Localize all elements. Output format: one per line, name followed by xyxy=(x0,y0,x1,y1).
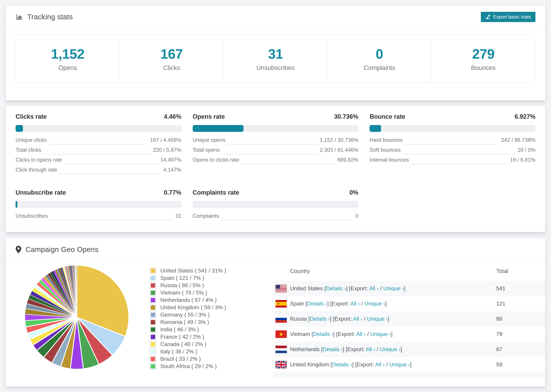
rate-panel-value: 0.77% xyxy=(164,189,181,196)
rate-detail-label: Total opens xyxy=(193,147,220,153)
rate-detail-value: 4.147% xyxy=(163,167,181,173)
rate-detail-value: 14.497% xyxy=(160,157,181,163)
rate-detail-row: Total opens 2,303 / 61.446% xyxy=(193,147,359,157)
export-unique-link[interactable]: Unique › xyxy=(367,316,388,322)
geo-opens-pie-chart xyxy=(22,263,132,372)
geo-title: Campaign Geo Opens xyxy=(15,245,99,254)
export-unique-link[interactable]: Unique › xyxy=(370,331,391,337)
legend-label: Spain ( 121 / 7% ) xyxy=(160,275,204,281)
legend-color-chip xyxy=(150,304,156,311)
details-link[interactable]: Details › xyxy=(307,301,327,307)
rate-panel-complaints-rate: Complaints rate 0% Complaints 0 xyxy=(193,189,359,223)
rate-detail-value: 2,303 / 61.446% xyxy=(320,147,359,153)
bracket-close: ] xyxy=(410,361,411,368)
rate-panel-value: 0% xyxy=(349,189,358,196)
details-link[interactable]: Details › xyxy=(323,346,343,352)
export-all-link[interactable]: All › xyxy=(369,285,379,291)
table-row-united-kingdom: United Kingdom [Details ›] [Export: All … xyxy=(274,357,545,372)
table-row-partial-de xyxy=(274,372,545,378)
rate-progress-fill xyxy=(370,125,381,132)
legend-item-south-africa: South Africa ( 29 / 2% ) xyxy=(150,363,246,370)
rate-progress-fill xyxy=(15,125,23,132)
legend-color-chip xyxy=(150,334,156,340)
vn-flag: ★ xyxy=(276,330,287,338)
dotted-leader xyxy=(405,144,499,145)
dotted-leader xyxy=(50,220,173,220)
rate-detail-row: Unsubscribes 31 xyxy=(15,213,181,223)
legend-item-france: France ( 42 / 2% ) xyxy=(150,333,246,341)
export-text: ] [Export: xyxy=(330,316,353,322)
export-unique-link[interactable]: Unique › xyxy=(383,285,404,291)
export-unique-link[interactable]: Unique › xyxy=(364,301,385,307)
export-button-label: Export basic stats xyxy=(493,14,531,20)
rate-detail-row: Clicks to opens rate 14.497% xyxy=(15,157,181,167)
rate-detail-label: Unsubscribes xyxy=(15,213,48,219)
export-basic-stats-button[interactable]: Export basic stats xyxy=(481,12,536,22)
rate-detail-label: Clicks to opens rate xyxy=(15,157,62,163)
stat-value: 167 xyxy=(161,46,183,62)
country-name: Spain [ xyxy=(290,301,307,307)
country-cell: United Kingdom [Details ›] [Export: All … xyxy=(290,361,411,368)
legend-color-chip xyxy=(150,297,156,303)
rate-panel-bounce-rate: Bounce rate 6.927% Hard bounces 242 / 86… xyxy=(370,113,536,177)
country-cell: Netherlands [Details ›] [Export: All › /… xyxy=(290,346,402,352)
rate-panel-clicks-rate: Clicks rate 4.46% Unique clicks 167 / 4.… xyxy=(15,113,181,177)
rates-card: Clicks rate 4.46% Unique clicks 167 / 4.… xyxy=(6,105,545,232)
country-cell: Russia [Details ›] [Export: All › / Uniq… xyxy=(290,316,389,322)
legend-item-russia: Russia ( 86 / 5% ) xyxy=(150,282,246,289)
slash-separator: / xyxy=(385,361,389,368)
export-all-link[interactable]: All › xyxy=(366,346,375,352)
legend-item-germany: Germany ( 55 / 3% ) xyxy=(150,311,246,318)
details-link[interactable]: Details › xyxy=(326,285,346,291)
stat-value: 0 xyxy=(376,46,383,62)
rate-progress-track xyxy=(370,125,536,132)
bracket-close: ] xyxy=(401,346,402,352)
export-all-link[interactable]: All › xyxy=(353,316,362,322)
table-row-russia: Russia [Details ›] [Export: All › / Uniq… xyxy=(274,311,545,327)
rate-detail-row: Click through rate 4.147% xyxy=(15,167,181,177)
export-all-link[interactable]: All › xyxy=(356,331,366,337)
geo-title-text: Campaign Geo Opens xyxy=(26,245,99,254)
details-link[interactable]: Details › xyxy=(313,331,333,337)
legend-item-india: India ( 46 / 3% ) xyxy=(150,326,246,333)
rate-progress-track xyxy=(193,201,359,208)
gb-flag xyxy=(276,361,287,368)
rate-detail-label: Total clicks xyxy=(15,147,41,153)
geo-table-header: Country Total xyxy=(274,261,545,281)
dotted-leader xyxy=(242,164,335,164)
country-column-header: Country xyxy=(290,268,310,274)
legend-label: Canada ( 40 / 2% ) xyxy=(160,341,206,347)
export-all-link[interactable]: All › xyxy=(350,301,360,307)
rate-detail-row: Internal bounces 19 / 6.81% xyxy=(370,157,536,167)
country-cell: United States [Details ›] [Export: All ›… xyxy=(290,285,405,292)
tracking-stats-header: Tracking stats Export basic stats xyxy=(6,6,545,28)
tracking-stats-title-text: Tracking stats xyxy=(27,13,73,21)
details-link[interactable]: Details › xyxy=(332,361,352,368)
rate-detail-value: 167 / 4.456% xyxy=(150,137,181,143)
rate-detail-value: 689.82% xyxy=(338,157,358,163)
stat-label: Complaints xyxy=(364,64,395,71)
legend-color-chip xyxy=(150,319,156,325)
stat-value: 31 xyxy=(268,46,283,62)
export-unique-link[interactable]: Unique › xyxy=(380,346,401,352)
rate-panel-title: Complaints rate xyxy=(193,189,239,196)
details-link[interactable]: Details › xyxy=(310,316,330,322)
rate-detail-value: 0 xyxy=(355,213,358,219)
slash-separator: / xyxy=(366,331,370,337)
country-name: United States [ xyxy=(290,285,326,291)
rate-detail-label: Soft bounces xyxy=(370,147,401,153)
legend-item-spain: Spain ( 121 / 7% ) xyxy=(150,274,246,282)
rate-panel-title: Opens rate xyxy=(193,113,225,120)
export-all-link[interactable]: All › xyxy=(375,361,385,368)
country-name: Netherlands [ xyxy=(290,346,323,352)
slash-separator: / xyxy=(362,316,367,322)
geo-body: United States ( 541 / 31% ) Spain ( 121 … xyxy=(6,261,545,378)
dotted-leader xyxy=(60,174,161,174)
legend-color-chip xyxy=(150,363,156,370)
rate-progress-track xyxy=(193,125,359,132)
legend-item-brazil: Brazil ( 33 / 2% ) xyxy=(150,355,246,363)
export-unique-link[interactable]: Unique › xyxy=(389,361,410,368)
country-name: United Kingdom [ xyxy=(290,361,332,368)
rate-detail-value: 31 xyxy=(175,213,181,219)
legend-label: France ( 42 / 2% ) xyxy=(160,334,204,340)
